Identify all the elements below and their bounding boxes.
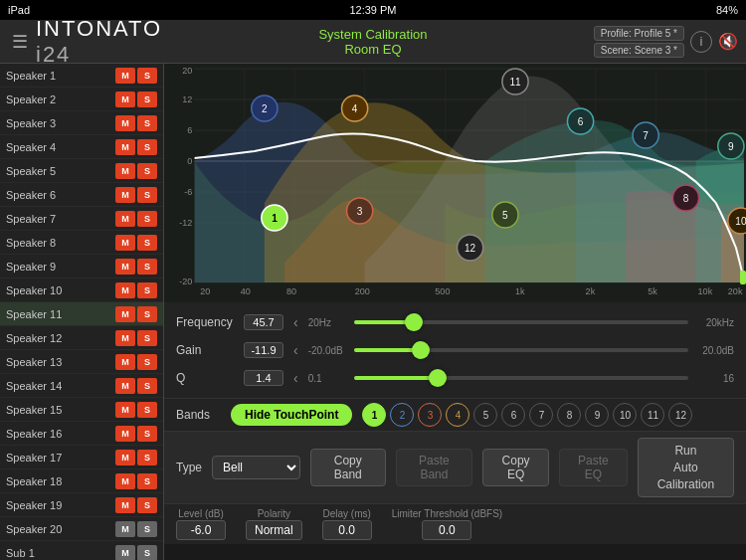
band-number-button[interactable]: 7 — [529, 403, 553, 427]
paste-band-button[interactable]: Paste Band — [396, 449, 473, 486]
mute-button[interactable]: M — [115, 163, 135, 179]
band-number-button[interactable]: 4 — [446, 403, 469, 427]
speaker-row[interactable]: Speaker 20MS — [0, 517, 163, 541]
speaker-row[interactable]: Speaker 10MS — [0, 279, 163, 302]
band-number-button[interactable]: 6 — [501, 403, 525, 427]
gain-thumb[interactable] — [412, 341, 430, 359]
solo-button[interactable]: S — [137, 187, 157, 203]
solo-button[interactable]: S — [137, 163, 157, 179]
solo-button[interactable]: S — [137, 306, 157, 322]
band-number-button[interactable]: 8 — [557, 403, 581, 427]
run-auto-calibration-button[interactable]: Run Auto Calibration — [638, 438, 734, 497]
solo-button[interactable]: S — [137, 497, 157, 513]
mute-button[interactable]: M — [115, 402, 135, 418]
solo-button[interactable]: S — [137, 450, 157, 466]
q-thumb[interactable] — [429, 369, 447, 387]
mute-button[interactable]: M — [115, 497, 135, 513]
q-decrease[interactable]: ‹ — [291, 370, 300, 386]
solo-button[interactable]: S — [137, 235, 157, 251]
bands-label: Bands — [176, 408, 221, 422]
solo-button[interactable]: S — [137, 68, 157, 84]
mute-button[interactable]: M — [115, 450, 135, 466]
solo-button[interactable]: S — [137, 282, 157, 298]
mute-button[interactable]: M — [115, 426, 135, 442]
speaker-row[interactable]: Speaker 8MS — [0, 231, 163, 255]
solo-button[interactable]: S — [137, 402, 157, 418]
speaker-row[interactable]: Speaker 9MS — [0, 255, 163, 279]
copy-eq-button[interactable]: Copy EQ — [482, 449, 549, 486]
solo-button[interactable]: S — [137, 545, 157, 561]
solo-button[interactable]: S — [137, 378, 157, 394]
q-slider[interactable] — [354, 376, 688, 380]
mute-button[interactable]: M — [115, 378, 135, 394]
scene-tag[interactable]: Scene: Scene 3 * — [594, 43, 684, 58]
speaker-row[interactable]: Sub 1MS — [0, 541, 163, 560]
mute-button[interactable]: M — [115, 521, 135, 537]
speaker-row[interactable]: Speaker 14MS — [0, 374, 163, 398]
speaker-row[interactable]: Speaker 7MS — [0, 207, 163, 231]
gain-slider[interactable] — [354, 348, 688, 352]
info-icon[interactable]: i — [690, 31, 712, 53]
paste-eq-button[interactable]: Paste EQ — [559, 449, 628, 486]
speaker-name: Speaker 8 — [6, 237, 115, 249]
speaker-row[interactable]: Speaker 5MS — [0, 159, 163, 183]
hamburger-icon[interactable]: ☰ — [12, 31, 28, 53]
solo-button[interactable]: S — [137, 211, 157, 227]
mute-button[interactable]: M — [115, 473, 135, 489]
solo-button[interactable]: S — [137, 259, 157, 275]
mute-button[interactable]: M — [115, 115, 135, 131]
top-bar: ☰ INTONATO i24 System Calibration Room E… — [0, 20, 746, 64]
profile-tag[interactable]: Profile: Profile 5 * — [594, 26, 684, 41]
hide-touchpoint-button[interactable]: Hide TouchPoint — [231, 404, 352, 426]
mute-button[interactable]: M — [115, 235, 135, 251]
solo-button[interactable]: S — [137, 92, 157, 107]
solo-button[interactable]: S — [137, 115, 157, 131]
band-number-button[interactable]: 5 — [473, 403, 497, 427]
speaker-row[interactable]: Speaker 6MS — [0, 183, 163, 207]
solo-button[interactable]: S — [137, 330, 157, 346]
solo-button[interactable]: S — [137, 521, 157, 537]
speaker-row[interactable]: Speaker 16MS — [0, 422, 163, 446]
mute-button[interactable]: M — [115, 259, 135, 275]
band-number-button[interactable]: 10 — [613, 403, 637, 427]
frequency-thumb[interactable] — [405, 313, 423, 331]
mute-button[interactable]: M — [115, 68, 135, 84]
type-select[interactable]: Bell High Pass Low Pass Notch Shelf Hi S… — [212, 456, 300, 479]
frequency-slider[interactable] — [354, 320, 688, 324]
speaker-icon[interactable]: 🔇 — [718, 32, 738, 51]
mute-button[interactable]: M — [115, 282, 135, 298]
speaker-row[interactable]: Speaker 11MS — [0, 302, 163, 326]
band-number-button[interactable]: 11 — [641, 403, 664, 427]
mute-button[interactable]: M — [115, 139, 135, 155]
mute-button[interactable]: M — [115, 92, 135, 107]
speaker-row[interactable]: Speaker 13MS — [0, 350, 163, 374]
speaker-row[interactable]: Speaker 12MS — [0, 326, 163, 350]
mute-button[interactable]: M — [115, 211, 135, 227]
mute-button[interactable]: M — [115, 354, 135, 370]
mute-button[interactable]: M — [115, 187, 135, 203]
mute-button[interactable]: M — [115, 545, 135, 561]
band-number-button[interactable]: 9 — [585, 403, 609, 427]
speaker-row[interactable]: Speaker 18MS — [0, 469, 163, 493]
solo-button[interactable]: S — [137, 473, 157, 489]
band-number-button[interactable]: 2 — [390, 403, 414, 427]
solo-button[interactable]: S — [137, 354, 157, 370]
solo-button[interactable]: S — [137, 426, 157, 442]
mute-button[interactable]: M — [115, 306, 135, 322]
speaker-row[interactable]: Speaker 15MS — [0, 398, 163, 422]
speaker-row[interactable]: Speaker 3MS — [0, 111, 163, 135]
copy-band-button[interactable]: Copy Band — [310, 449, 386, 486]
gain-decrease[interactable]: ‹ — [291, 342, 300, 358]
speaker-row[interactable]: Speaker 2MS — [0, 88, 163, 111]
speaker-row[interactable]: Speaker 4MS — [0, 135, 163, 159]
mute-button[interactable]: M — [115, 330, 135, 346]
solo-button[interactable]: S — [137, 139, 157, 155]
main-title-line2: Room EQ — [318, 42, 427, 57]
band-number-button[interactable]: 3 — [418, 403, 442, 427]
speaker-row[interactable]: Speaker 17MS — [0, 446, 163, 469]
band-number-button[interactable]: 1 — [362, 403, 386, 427]
speaker-row[interactable]: Speaker 19MS — [0, 493, 163, 517]
speaker-row[interactable]: Speaker 1MS — [0, 64, 163, 88]
band-number-button[interactable]: 12 — [668, 403, 692, 427]
frequency-decrease[interactable]: ‹ — [291, 314, 300, 330]
